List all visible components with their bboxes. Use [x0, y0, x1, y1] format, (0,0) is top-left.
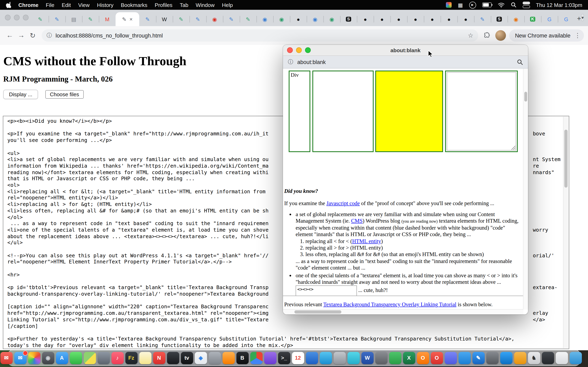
tab[interactable]: ◉ — [307, 12, 323, 26]
tab-close-icon[interactable]: ✕ — [130, 17, 133, 21]
tab[interactable]: ◉ — [508, 12, 524, 26]
new-tab-button[interactable]: + — [577, 13, 581, 24]
tab[interactable]: ✎ — [474, 12, 491, 26]
site-info-icon[interactable]: ⓘ — [47, 32, 52, 39]
dock-app-icon[interactable] — [320, 352, 332, 364]
dock-app-icon[interactable] — [555, 352, 568, 364]
tab[interactable]: ✎ — [139, 12, 156, 26]
menu-item[interactable]: History — [97, 2, 113, 8]
textarea-scrollbar[interactable] — [563, 117, 568, 348]
tab[interactable]: G — [558, 12, 575, 26]
play-icon[interactable]: ▶ — [469, 1, 476, 8]
dock-app-icon[interactable]: W — [361, 352, 373, 364]
tab[interactable]: ◉ — [256, 12, 273, 26]
dock-app-icon[interactable] — [306, 352, 318, 364]
mini-textarea[interactable]: <><><> — [296, 285, 357, 296]
tab[interactable]: ● — [357, 12, 374, 26]
dock-app-icon[interactable] — [458, 352, 471, 364]
dock-app-icon[interactable] — [97, 352, 110, 364]
tab[interactable]: ✎ — [190, 12, 206, 26]
tab[interactable]: ◉ — [206, 12, 223, 26]
bookmark-star-icon[interactable]: ☆ — [468, 32, 473, 39]
window-minimize-button[interactable] — [14, 15, 20, 20]
tab[interactable]: ● — [390, 12, 407, 26]
window-zoom-button[interactable] — [23, 15, 29, 20]
dock-app-icon[interactable] — [167, 352, 179, 364]
dock-app-icon[interactable] — [208, 352, 221, 364]
dock-app-icon[interactable]: 12 — [292, 352, 304, 364]
dock-app-icon[interactable] — [375, 352, 387, 364]
dock-app-icon[interactable]: A — [56, 352, 68, 364]
tab[interactable]: ● — [424, 12, 441, 26]
apple-icon[interactable] — [6, 2, 11, 8]
popup-vertical-scrollbar-thumb[interactable] — [524, 92, 527, 101]
tab[interactable]: ● — [441, 12, 457, 26]
tab[interactable]: ✎ — [223, 12, 240, 26]
dock-app-icon[interactable]: ♪ — [111, 352, 123, 364]
battery-icon[interactable] — [482, 2, 492, 7]
dock-app-icon[interactable] — [500, 352, 512, 364]
keyboard-icon[interactable]: ▦ — [458, 2, 463, 8]
popup-vertical-scrollbar[interactable] — [523, 68, 528, 309]
div-box-textarea[interactable] — [445, 71, 518, 152]
dock-app-icon[interactable]: N — [153, 352, 165, 364]
popup-url-bar[interactable]: ⓘ about:blank — [283, 56, 528, 68]
dock-app-icon[interactable] — [444, 352, 457, 364]
dock-app-icon[interactable]: tv — [181, 352, 193, 364]
dock-app-icon[interactable]: >_ — [278, 352, 290, 364]
menu-item[interactable]: View — [78, 2, 90, 8]
dock-app-icon[interactable]: Fz — [125, 352, 138, 364]
popup-close-button[interactable] — [287, 47, 293, 53]
dock-app-icon[interactable]: O — [417, 352, 429, 364]
dock-app-icon[interactable] — [542, 352, 554, 364]
javascript-code-link[interactable]: Javascript code — [327, 200, 360, 206]
address-bar[interactable]: ⓘ localhost:8888/cms_no_follow_through.h… — [42, 29, 478, 42]
control-center-icon[interactable] — [522, 2, 530, 8]
menu-item[interactable]: Profiles — [155, 2, 173, 8]
dock-app-icon[interactable] — [389, 352, 401, 364]
dock-app-icon[interactable]: ◉ — [42, 352, 54, 364]
popup-titlebar[interactable]: about:blank — [283, 45, 528, 56]
dock-app-icon[interactable] — [264, 352, 276, 364]
tab[interactable]: ● — [290, 12, 307, 26]
display-button[interactable]: Display ... — [3, 90, 38, 99]
forward-button[interactable]: → — [16, 30, 27, 41]
tab[interactable]: ▤ — [65, 12, 82, 26]
popup-site-info-icon[interactable]: ⓘ — [288, 58, 293, 66]
dock-app-icon[interactable] — [486, 352, 498, 364]
dock-app-icon[interactable] — [250, 352, 262, 364]
menu-clock[interactable]: Thu 12 Mar 1:03pm — [536, 2, 582, 8]
search-icon[interactable] — [511, 2, 516, 8]
reload-button[interactable]: ↻ — [27, 30, 38, 41]
tab[interactable]: ◉ — [273, 12, 290, 26]
popup-zoom-button[interactable] — [305, 47, 311, 53]
tab[interactable]: ✎ — [173, 12, 190, 26]
dock-app-icon[interactable]: ✉ — [14, 352, 26, 364]
dock-app-icon[interactable] — [333, 352, 346, 364]
tab[interactable]: K — [524, 12, 541, 26]
dock-app-icon[interactable] — [570, 352, 582, 364]
dock-app-icon[interactable] — [84, 352, 96, 364]
popup-horizontal-scrollbar-thumb[interactable] — [294, 310, 341, 314]
tab[interactable]: ● — [457, 12, 474, 26]
tab[interactable]: ✎ — [32, 12, 49, 26]
status-app-icon[interactable] — [446, 2, 452, 8]
menu-item[interactable]: Tab — [180, 2, 189, 8]
back-button[interactable]: ← — [4, 30, 16, 41]
extensions-puzzle-icon[interactable] — [481, 30, 492, 41]
tab[interactable]: ✎ — [240, 12, 256, 26]
dock-app-icon[interactable] — [70, 352, 82, 364]
popup-horizontal-scrollbar[interactable] — [283, 309, 523, 314]
tab-active[interactable]: ✎✕ — [116, 12, 139, 26]
tab-search-chevron-icon[interactable]: ▾ — [581, 14, 584, 21]
dock-app-icon[interactable]: B — [236, 352, 249, 364]
tab[interactable]: G — [541, 12, 558, 26]
dock-app-icon[interactable]: X — [403, 352, 415, 364]
html-entity-link[interactable]: HTML entity — [352, 238, 381, 244]
tab[interactable]: W — [156, 12, 173, 26]
dock-app-icon[interactable]: ♞ — [528, 352, 540, 364]
browser-menu-kebab-icon[interactable]: ⋮ — [575, 32, 581, 39]
popup-minimize-button[interactable] — [296, 47, 302, 53]
profile-avatar[interactable] — [495, 30, 506, 41]
tab[interactable]: ✎ — [49, 12, 65, 26]
